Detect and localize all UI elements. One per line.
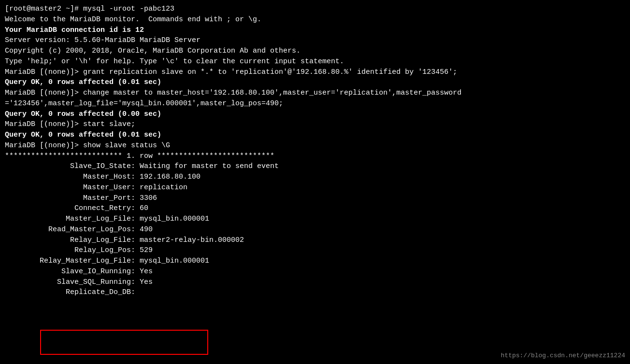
terminal-line: Server version: 5.5.60-MariaDB MariaDB S… xyxy=(5,35,625,46)
terminal-line: Copyright (c) 2000, 2018, Oracle, MariaD… xyxy=(5,46,625,56)
terminal-line: Replicate_Do_DB: xyxy=(5,287,625,298)
terminal-output: [root@master2 ~]# mysql -uroot -pabc123W… xyxy=(5,4,625,298)
terminal-line: Master_Log_File: mysql_bin.000001 xyxy=(5,214,625,224)
terminal-line: Welcome to the MariaDB monitor. Commands… xyxy=(5,14,625,25)
terminal-window: [root@master2 ~]# mysql -uroot -pabc123W… xyxy=(0,0,630,364)
terminal-line: Query OK, 0 rows affected (0.01 sec) xyxy=(5,77,625,88)
terminal-line: Slave_SQL_Running: Yes xyxy=(5,277,625,288)
terminal-line: Slave_IO_Running: Yes xyxy=(5,266,625,277)
terminal-line: Master_Host: 192.168.80.100 xyxy=(5,172,625,182)
terminal-line: MariaDB [(none)]> show slave status \G xyxy=(5,140,625,151)
terminal-line: Relay_Log_Pos: 529 xyxy=(5,245,625,256)
terminal-line: Relay_Master_Log_File: mysql_bin.000001 xyxy=(5,256,625,266)
terminal-line: MariaDB [(none)]> grant replication slav… xyxy=(5,67,625,78)
terminal-line: Master_User: replication xyxy=(5,182,625,193)
terminal-line: Query OK, 0 rows affected (0.00 sec) xyxy=(5,109,625,120)
terminal-line: Read_Master_Log_Pos: 490 xyxy=(5,224,625,235)
terminal-line: Slave_IO_State: Waiting for master to se… xyxy=(5,161,625,172)
terminal-line: ='123456',master_log_file='mysql_bin.000… xyxy=(5,98,625,109)
terminal-line: MariaDB [(none)]> change master to maste… xyxy=(5,88,625,98)
highlight-box xyxy=(40,330,208,355)
terminal-line: Master_Port: 3306 xyxy=(5,193,625,204)
terminal-line: [root@master2 ~]# mysql -uroot -pabc123 xyxy=(5,4,625,14)
watermark: https://blog.csdn.net/geeezz11224 xyxy=(501,352,625,359)
terminal-line: Type 'help;' or '\h' for help. Type '\c'… xyxy=(5,56,625,67)
terminal-line: Query OK, 0 rows affected (0.01 sec) xyxy=(5,130,625,140)
terminal-line: Your MariaDB connection id is 12 xyxy=(5,25,625,36)
terminal-line: Connect_Retry: 60 xyxy=(5,203,625,214)
terminal-line: Relay_Log_File: master2-relay-bin.000002 xyxy=(5,235,625,246)
terminal-line: MariaDB [(none)]> start slave; xyxy=(5,119,625,130)
terminal-line: *************************** 1. row *****… xyxy=(5,151,625,162)
